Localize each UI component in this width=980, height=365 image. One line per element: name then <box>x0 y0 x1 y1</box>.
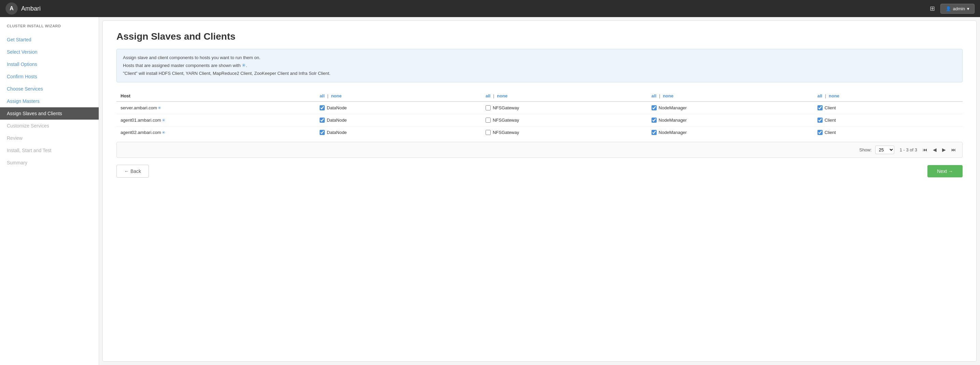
sidebar-item-assign-slaves-clients[interactable]: Assign Slaves and Clients <box>0 107 99 120</box>
client-cell-2: Client <box>813 126 963 139</box>
master-star-icon: ✳ <box>158 105 161 110</box>
user-icon: 👤 <box>945 6 951 11</box>
last-page-button[interactable]: ⏭ <box>949 146 958 154</box>
sidebar-item-get-started[interactable]: Get Started <box>0 33 99 46</box>
client-checkbox-1[interactable] <box>818 118 822 123</box>
sidebar-item-summary: Summary <box>0 156 99 169</box>
table-row: server.ambari.com✳DataNodeNFSGatewayNode… <box>116 102 963 114</box>
footer-buttons: ← Back Next → <box>116 165 963 178</box>
page-info: 1 - 3 of 3 <box>900 147 917 152</box>
next-page-button[interactable]: ▶ <box>940 146 948 154</box>
nodemanager-cell-2: NodeManager <box>648 126 813 139</box>
host-cell-0: server.ambari.com✳ <box>116 102 315 114</box>
datanode-checkbox-2[interactable] <box>320 130 325 135</box>
datanode-checkbox-1[interactable] <box>320 118 325 123</box>
brand-name: Ambari <box>21 5 41 12</box>
client-all-link[interactable]: all <box>818 93 822 99</box>
sidebar-item-install-options[interactable]: Install Options <box>0 58 99 70</box>
sidebar-item-choose-services[interactable]: Choose Services <box>0 83 99 95</box>
datanode-checkbox-0[interactable] <box>320 105 325 110</box>
host-cell-1: agent01.ambari.com✳ <box>116 114 315 126</box>
ambari-logo: A <box>5 2 18 15</box>
prev-page-button[interactable]: ◀ <box>931 146 939 154</box>
datanode-cell-1: DataNode <box>315 114 482 126</box>
navbar-right: ⊞ 👤 admin ▾ <box>930 4 975 14</box>
col-header-datanode: all | none <box>315 91 482 102</box>
nfsgateway-checkbox-1[interactable] <box>485 118 491 123</box>
navbar: A Ambari ⊞ 👤 admin ▾ <box>0 0 980 17</box>
info-line1: Assign slave and client components to ho… <box>123 54 956 62</box>
col-header-nfsgateway: all | none <box>482 91 648 102</box>
datanode-all-link[interactable]: all <box>320 93 325 99</box>
assign-table: Host all | none all | none <box>116 91 963 139</box>
client-checkbox-2[interactable] <box>818 130 822 135</box>
show-label: Show: <box>859 147 872 152</box>
sidebar-item-assign-masters[interactable]: Assign Masters <box>0 95 99 107</box>
sidebar-item-install-start-test: Install, Start and Test <box>0 144 99 156</box>
datanode-cell-0: DataNode <box>315 102 482 114</box>
master-star-icon: ✳ <box>162 130 165 135</box>
nodemanager-checkbox-1[interactable] <box>652 118 657 123</box>
nodemanager-cell-1: NodeManager <box>648 114 813 126</box>
nfsgateway-cell-0: NFSGateway <box>482 102 648 114</box>
sidebar-section-title: CLUSTER INSTALL WIZARD <box>0 24 99 33</box>
nodemanager-checkbox-2[interactable] <box>652 130 657 135</box>
sidebar-item-confirm-hosts[interactable]: Confirm Hosts <box>0 70 99 83</box>
client-checkbox-0[interactable] <box>818 105 822 110</box>
info-line2: Hosts that are assigned master component… <box>123 62 956 70</box>
nfsgateway-cell-2: NFSGateway <box>482 126 648 139</box>
content-area: Assign Slaves and Clients Assign slave a… <box>102 21 977 362</box>
sidebar-item-review: Review <box>0 132 99 144</box>
client-none-link[interactable]: none <box>829 93 839 99</box>
nodemanager-checkbox-0[interactable] <box>652 105 657 110</box>
first-page-button[interactable]: ⏮ <box>921 146 929 154</box>
sidebar: CLUSTER INSTALL WIZARD Get Started Selec… <box>0 17 99 365</box>
user-menu[interactable]: 👤 admin ▾ <box>940 4 975 14</box>
brand: A Ambari <box>5 2 41 15</box>
chevron-down-icon: ▾ <box>967 6 969 11</box>
svg-text:A: A <box>10 5 14 11</box>
show-select[interactable]: 25 50 100 <box>875 146 894 154</box>
sidebar-item-select-version[interactable]: Select Version <box>0 46 99 58</box>
table-row: agent02.ambari.com✳DataNodeNFSGatewayNod… <box>116 126 963 139</box>
pagination-bar: Show: 25 50 100 1 - 3 of 3 ⏮ ◀ ▶ ⏭ <box>116 142 963 158</box>
datanode-cell-2: DataNode <box>315 126 482 139</box>
main-container: CLUSTER INSTALL WIZARD Get Started Selec… <box>0 17 980 365</box>
nfsgateway-checkbox-0[interactable] <box>485 105 491 110</box>
nodemanager-none-link[interactable]: none <box>663 93 673 99</box>
info-box: Assign slave and client components to ho… <box>116 49 963 82</box>
client-cell-1: Client <box>813 114 963 126</box>
asterisk-icon: ✳ <box>242 62 246 68</box>
datanode-none-link[interactable]: none <box>331 93 342 99</box>
nodemanager-cell-0: NodeManager <box>648 102 813 114</box>
nfsgateway-checkbox-2[interactable] <box>485 130 491 135</box>
table-row: agent01.ambari.com✳DataNodeNFSGatewayNod… <box>116 114 963 126</box>
nfsgateway-none-link[interactable]: none <box>497 93 508 99</box>
nfsgateway-all-link[interactable]: all <box>485 93 490 99</box>
col-header-host: Host <box>116 91 315 102</box>
sidebar-item-customize-services: Customize Services <box>0 120 99 132</box>
master-star-icon: ✳ <box>162 118 165 123</box>
info-line3: "Client" will install HDFS Client, YARN … <box>123 70 956 77</box>
nfsgateway-cell-1: NFSGateway <box>482 114 648 126</box>
back-button[interactable]: ← Back <box>116 165 149 178</box>
page-title: Assign Slaves and Clients <box>116 31 963 42</box>
col-header-nodemanager: all | none <box>648 91 813 102</box>
nodemanager-all-link[interactable]: all <box>652 93 656 99</box>
grid-icon[interactable]: ⊞ <box>930 5 935 12</box>
next-button[interactable]: Next → <box>928 165 963 177</box>
col-header-client: all | none <box>813 91 963 102</box>
user-label: admin <box>953 6 965 11</box>
client-cell-0: Client <box>813 102 963 114</box>
host-cell-2: agent02.ambari.com✳ <box>116 126 315 139</box>
page-nav: ⏮ ◀ ▶ ⏭ <box>921 146 958 154</box>
